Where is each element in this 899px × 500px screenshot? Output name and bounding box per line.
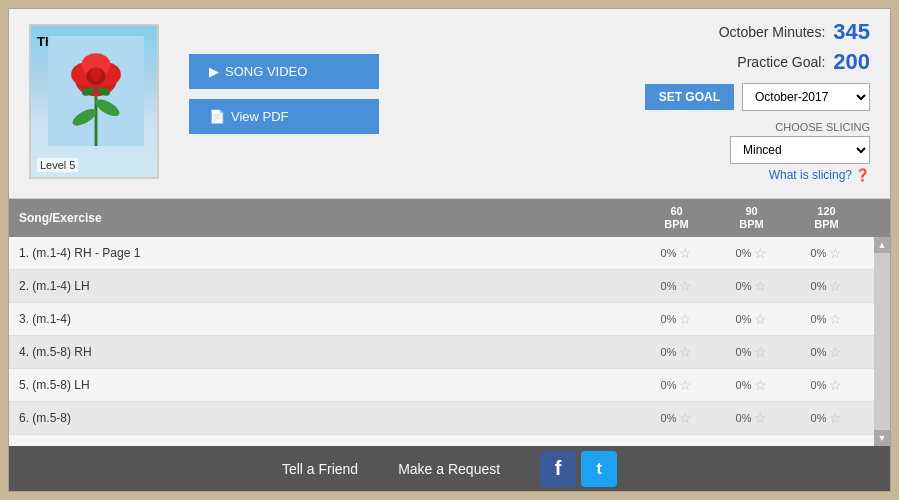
rows-container: 1. (m.1-4) RH - Page 1 0% ☆ 0% ☆ <box>9 237 874 446</box>
score-cell-60: 0% ☆ <box>639 278 714 294</box>
row-label: 5. (m.5-8) LH <box>19 378 639 392</box>
score-cell-120: 0% ☆ <box>789 410 864 426</box>
star-icon[interactable]: ☆ <box>829 410 842 426</box>
star-icon[interactable]: ☆ <box>829 245 842 261</box>
social-icons: f t <box>540 451 617 487</box>
facebook-button[interactable]: f <box>540 451 576 487</box>
table-row: 7. (m.1-8) 0% ☆ 0% ☆ 0% <box>9 435 874 446</box>
pdf-icon: 📄 <box>209 109 225 124</box>
october-minutes-row: October Minutes: 345 <box>719 19 870 45</box>
outer-border: The Last Rose <box>8 8 891 492</box>
album-level: Level 5 <box>37 158 78 172</box>
top-right-stats: October Minutes: 345 Practice Goal: 200 … <box>645 19 870 182</box>
scroll-up-button[interactable]: ▲ <box>874 237 890 253</box>
svg-point-9 <box>90 68 101 81</box>
score-cell-90: 0% ☆ <box>714 245 789 261</box>
score-cell-90: 0% ☆ <box>714 410 789 426</box>
star-icon[interactable]: ☆ <box>754 410 767 426</box>
score-pct: 0% <box>736 412 752 424</box>
score-pct: 0% <box>811 313 827 325</box>
score-pct: 0% <box>661 379 677 391</box>
twitter-button[interactable]: t <box>581 451 617 487</box>
star-icon[interactable]: ☆ <box>679 311 692 327</box>
star-icon[interactable]: ☆ <box>829 377 842 393</box>
facebook-icon: f <box>555 457 562 480</box>
star-icon[interactable]: ☆ <box>679 410 692 426</box>
row-label: 4. (m.5-8) RH <box>19 345 639 359</box>
score-pct: 0% <box>811 247 827 259</box>
star-icon[interactable]: ☆ <box>754 311 767 327</box>
star-icon[interactable]: ☆ <box>754 377 767 393</box>
score-cell-120: 0% ☆ <box>789 311 864 327</box>
scroll-track[interactable] <box>874 253 890 430</box>
view-pdf-button[interactable]: 📄 View PDF <box>189 99 379 134</box>
star-icon[interactable]: ☆ <box>754 245 767 261</box>
star-icon[interactable]: ☆ <box>679 245 692 261</box>
row-label: 2. (m.1-4) LH <box>19 279 639 293</box>
october-minutes-label: October Minutes: <box>719 24 826 40</box>
set-goal-button[interactable]: SET GOAL <box>645 84 734 110</box>
score-pct: 0% <box>661 412 677 424</box>
score-pct: 0% <box>661 280 677 292</box>
twitter-icon: t <box>596 460 601 478</box>
practice-goal-label: Practice Goal: <box>737 54 825 70</box>
star-icon[interactable]: ☆ <box>829 278 842 294</box>
score-cell-120: 0% ☆ <box>789 377 864 393</box>
col-header-90bpm: 90BPM <box>714 205 789 231</box>
row-label: 6. (m.5-8) <box>19 411 639 425</box>
col-header-120bpm: 120BPM <box>789 205 864 231</box>
table-row: 2. (m.1-4) LH 0% ☆ 0% ☆ 0% <box>9 270 874 303</box>
row-scores: 0% ☆ 0% ☆ 0% ☆ <box>639 278 864 294</box>
buttons-area: ▶ SONG VIDEO 📄 View PDF <box>189 54 379 134</box>
score-cell-60: 0% ☆ <box>639 377 714 393</box>
score-pct: 0% <box>736 379 752 391</box>
star-icon[interactable]: ☆ <box>829 344 842 360</box>
score-pct: 0% <box>736 346 752 358</box>
score-pct: 0% <box>736 280 752 292</box>
song-video-button[interactable]: ▶ SONG VIDEO <box>189 54 379 89</box>
score-cell-120: 0% ☆ <box>789 245 864 261</box>
content-area: Song/Exercise 60BPM 90BPM 120BPM 1. (m.1… <box>9 199 890 446</box>
practice-goal-value: 200 <box>833 49 870 75</box>
scrollbar: ▲ ▼ <box>874 237 890 446</box>
table-header: Song/Exercise 60BPM 90BPM 120BPM <box>9 199 890 237</box>
col-header-song: Song/Exercise <box>19 211 639 225</box>
make-a-request-link[interactable]: Make a Request <box>398 461 500 477</box>
slicing-select[interactable]: Minced Sliced Whole <box>730 136 870 164</box>
score-cell-60: 0% ☆ <box>639 344 714 360</box>
slicing-row: CHOOSE SLICING Minced Sliced Whole What … <box>730 121 870 182</box>
score-pct: 0% <box>736 313 752 325</box>
slicing-info-icon: ❓ <box>855 168 870 182</box>
row-label: 3. (m.1-4) <box>19 312 639 326</box>
star-icon[interactable]: ☆ <box>679 377 692 393</box>
star-icon[interactable]: ☆ <box>679 344 692 360</box>
scroll-down-button[interactable]: ▼ <box>874 430 890 446</box>
tell-a-friend-link[interactable]: Tell a Friend <box>282 461 358 477</box>
row-scores: 0% ☆ 0% ☆ 0% ☆ <box>639 377 864 393</box>
score-cell-60: 0% ☆ <box>639 245 714 261</box>
row-scores: 0% ☆ 0% ☆ 0% ☆ <box>639 344 864 360</box>
star-icon[interactable]: ☆ <box>754 344 767 360</box>
bpm-headers: 60BPM 90BPM 120BPM <box>639 205 864 231</box>
score-pct: 0% <box>736 247 752 259</box>
october-minutes-value: 345 <box>833 19 870 45</box>
rose-image <box>46 36 146 146</box>
table-row: 3. (m.1-4) 0% ☆ 0% ☆ 0% <box>9 303 874 336</box>
score-cell-90: 0% ☆ <box>714 344 789 360</box>
star-icon[interactable]: ☆ <box>679 278 692 294</box>
score-pct: 0% <box>661 247 677 259</box>
top-area: The Last Rose <box>9 9 890 199</box>
row-scores: 0% ☆ 0% ☆ 0% ☆ <box>639 245 864 261</box>
score-cell-120: 0% ☆ <box>789 344 864 360</box>
star-icon[interactable]: ☆ <box>829 311 842 327</box>
star-icon[interactable]: ☆ <box>754 278 767 294</box>
score-pct: 0% <box>811 412 827 424</box>
footer: Tell a Friend Make a Request f t <box>9 446 890 491</box>
table-row: 1. (m.1-4) RH - Page 1 0% ☆ 0% ☆ <box>9 237 874 270</box>
score-cell-60: 0% ☆ <box>639 410 714 426</box>
row-scores: 0% ☆ 0% ☆ 0% ☆ <box>639 410 864 426</box>
what-is-slicing-link[interactable]: What is slicing? ❓ <box>769 168 870 182</box>
month-select[interactable]: October-2017 September-2017 August-2017 <box>742 83 870 111</box>
set-goal-row: SET GOAL October-2017 September-2017 Aug… <box>645 83 870 111</box>
score-pct: 0% <box>811 379 827 391</box>
